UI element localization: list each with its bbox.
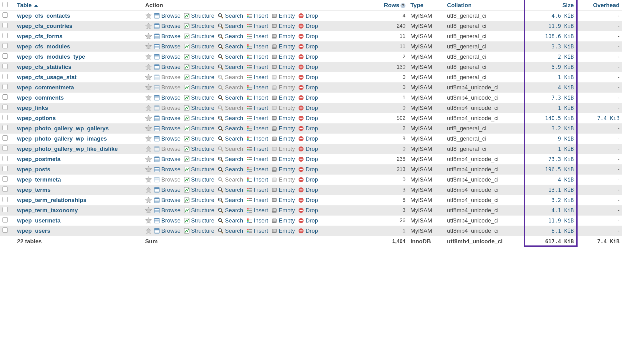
search-action[interactable]: Search [216, 176, 245, 183]
table-name-link[interactable]: wpep_cfs_contacts [15, 11, 143, 21]
structure-action[interactable]: Structure [182, 207, 216, 214]
drop-action[interactable]: Drop [297, 23, 319, 29]
drop-action[interactable]: Drop [297, 156, 319, 163]
table-name-link[interactable]: wpep_photo_gallery_wp_gallerys [15, 124, 143, 134]
empty-action[interactable]: Empty [270, 84, 296, 91]
row-overhead[interactable]: - [576, 226, 622, 236]
search-action[interactable]: Search [216, 125, 245, 132]
search-action[interactable]: Search [216, 12, 245, 19]
row-size[interactable]: 4 KiB [525, 83, 576, 93]
empty-action[interactable]: Empty [270, 146, 296, 152]
row-checkbox[interactable] [2, 176, 8, 182]
browse-action[interactable]: Browse [153, 227, 182, 234]
browse-action[interactable]: Browse [153, 207, 182, 214]
browse-action[interactable]: Browse [153, 94, 182, 101]
row-checkbox[interactable] [2, 74, 8, 79]
browse-action[interactable]: Browse [153, 23, 182, 29]
favorite-star-icon[interactable] [145, 166, 152, 173]
row-size[interactable]: 11.9 KiB [525, 216, 576, 226]
favorite-star-icon[interactable] [145, 94, 152, 101]
structure-action[interactable]: Structure [182, 227, 216, 234]
favorite-star-icon[interactable] [145, 125, 152, 132]
insert-action[interactable]: Insert [245, 227, 269, 234]
rows-hint-icon[interactable]: ? [400, 3, 405, 8]
favorite-star-icon[interactable] [145, 207, 152, 214]
favorite-star-icon[interactable] [145, 105, 152, 111]
row-checkbox[interactable] [2, 166, 8, 171]
header-overhead[interactable]: Overhead [576, 0, 622, 11]
row-checkbox[interactable] [2, 33, 8, 38]
search-action[interactable]: Search [216, 156, 245, 163]
row-overhead[interactable]: - [576, 124, 622, 134]
row-overhead[interactable]: - [576, 103, 622, 113]
browse-action[interactable]: Browse [153, 135, 182, 142]
favorite-star-icon[interactable] [145, 33, 152, 40]
insert-action[interactable]: Insert [245, 33, 269, 40]
table-name-link[interactable]: wpep_posts [15, 164, 143, 175]
row-checkbox[interactable] [2, 12, 8, 18]
search-action[interactable]: Search [216, 94, 245, 101]
browse-action[interactable]: Browse [153, 176, 182, 183]
drop-action[interactable]: Drop [297, 53, 319, 60]
header-size[interactable]: Size [525, 0, 576, 11]
structure-action[interactable]: Structure [182, 156, 216, 163]
empty-action[interactable]: Empty [270, 115, 296, 122]
empty-action[interactable]: Empty [270, 105, 296, 111]
row-size[interactable]: 73.3 KiB [525, 154, 576, 164]
row-overhead[interactable]: 7.4 KiB [576, 113, 622, 124]
row-checkbox[interactable] [2, 146, 8, 151]
row-size[interactable]: 8.1 KiB [525, 226, 576, 236]
row-size[interactable]: 3.3 KiB [525, 42, 576, 52]
insert-action[interactable]: Insert [245, 197, 269, 204]
insert-action[interactable]: Insert [245, 156, 269, 163]
drop-action[interactable]: Drop [297, 105, 319, 111]
favorite-star-icon[interactable] [145, 146, 152, 152]
empty-action[interactable]: Empty [270, 135, 296, 142]
structure-action[interactable]: Structure [182, 53, 216, 60]
browse-action[interactable]: Browse [153, 84, 182, 91]
structure-action[interactable]: Structure [182, 74, 216, 81]
row-size[interactable]: 1 KiB [525, 103, 576, 113]
row-size[interactable]: 1 KiB [525, 144, 576, 154]
table-name-link[interactable]: wpep_cfs_statistics [15, 62, 143, 72]
favorite-star-icon[interactable] [145, 64, 152, 70]
structure-action[interactable]: Structure [182, 146, 216, 152]
row-overhead[interactable]: - [576, 154, 622, 164]
row-size[interactable]: 4 KiB [525, 175, 576, 185]
table-name-link[interactable]: wpep_commentmeta [15, 83, 143, 93]
table-name-link[interactable]: wpep_termmeta [15, 175, 143, 185]
browse-action[interactable]: Browse [153, 12, 182, 19]
empty-action[interactable]: Empty [270, 125, 296, 132]
favorite-star-icon[interactable] [145, 197, 152, 204]
header-collation[interactable]: Collation [445, 0, 525, 11]
favorite-star-icon[interactable] [145, 156, 152, 163]
drop-action[interactable]: Drop [297, 64, 319, 70]
search-action[interactable]: Search [216, 207, 245, 214]
empty-action[interactable]: Empty [270, 64, 296, 70]
table-name-link[interactable]: wpep_cfs_modules_type [15, 52, 143, 62]
row-size[interactable]: 9 KiB [525, 134, 576, 144]
insert-action[interactable]: Insert [245, 176, 269, 183]
drop-action[interactable]: Drop [297, 43, 319, 50]
structure-action[interactable]: Structure [182, 115, 216, 122]
table-name-link[interactable]: wpep_users [15, 226, 143, 236]
insert-action[interactable]: Insert [245, 217, 269, 224]
browse-action[interactable]: Browse [153, 43, 182, 50]
row-size[interactable]: 13.1 KiB [525, 185, 576, 195]
drop-action[interactable]: Drop [297, 12, 319, 19]
table-name-link[interactable]: wpep_cfs_usage_stat [15, 72, 143, 83]
drop-action[interactable]: Drop [297, 135, 319, 142]
search-action[interactable]: Search [216, 115, 245, 122]
drop-action[interactable]: Drop [297, 33, 319, 40]
row-overhead[interactable]: - [576, 216, 622, 226]
drop-action[interactable]: Drop [297, 186, 319, 193]
header-type[interactable]: Type [408, 0, 445, 11]
insert-action[interactable]: Insert [245, 135, 269, 142]
empty-action[interactable]: Empty [270, 227, 296, 234]
row-checkbox[interactable] [2, 115, 8, 120]
table-name-link[interactable]: wpep_postmeta [15, 154, 143, 164]
row-checkbox[interactable] [2, 227, 8, 233]
empty-action[interactable]: Empty [270, 186, 296, 193]
favorite-star-icon[interactable] [145, 23, 152, 29]
row-checkbox[interactable] [2, 197, 8, 202]
